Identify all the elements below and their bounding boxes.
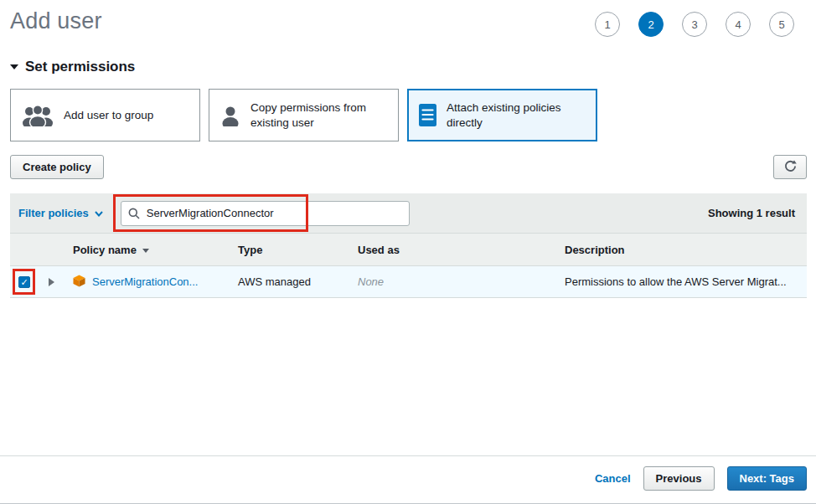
filter-bar: Filter policies Showing 1 result bbox=[10, 193, 807, 233]
step-3: 3 bbox=[682, 12, 707, 37]
user-icon bbox=[219, 105, 241, 126]
permission-card-copy-permissions[interactable]: Copy permissions from existing user bbox=[209, 89, 399, 141]
table-header-row: Policy name Type Used as Description bbox=[10, 233, 807, 266]
expand-row-icon[interactable] bbox=[49, 278, 54, 286]
next-tags-button[interactable]: Next: Tags bbox=[727, 466, 808, 491]
step-2: 2 bbox=[638, 12, 664, 37]
type-header: Type bbox=[230, 234, 349, 265]
set-permissions-section-header: Set permissions bbox=[10, 59, 806, 75]
permission-card-label: Attach existing policies directly bbox=[447, 100, 586, 130]
chevron-down-icon bbox=[95, 207, 103, 219]
table-row: ✓ ServerMigrationCon... AWS managed Non bbox=[10, 266, 807, 298]
filter-policies-label: Filter policies bbox=[18, 207, 89, 219]
permission-card-label: Add user to group bbox=[64, 108, 153, 123]
description-value: Permissions to allow the AWS Server Migr… bbox=[565, 275, 787, 288]
search-wrap bbox=[121, 201, 410, 226]
group-icon bbox=[21, 105, 54, 126]
section-title: Set permissions bbox=[25, 59, 135, 75]
policy-toolbar: Create policy bbox=[10, 155, 807, 179]
permission-card-label: Copy permissions from existing user bbox=[250, 100, 388, 130]
policy-type-cell: AWS managed bbox=[230, 266, 349, 297]
page-header: Add user 1 2 3 4 5 bbox=[0, 0, 816, 37]
wizard-footer: Cancel Previous Next: Tags bbox=[0, 455, 816, 502]
previous-button[interactable]: Previous bbox=[643, 466, 715, 491]
step-indicator: 1 2 3 4 5 bbox=[576, 12, 794, 37]
row-expand-cell bbox=[39, 266, 65, 297]
policies-table: Policy name Type Used as Description ✓ bbox=[10, 233, 807, 298]
filter-policies-dropdown[interactable]: Filter policies bbox=[18, 207, 103, 219]
collapse-triangle-icon[interactable] bbox=[10, 64, 18, 69]
policy-name-header[interactable]: Policy name bbox=[65, 234, 230, 265]
results-count: Showing 1 result bbox=[708, 207, 795, 219]
create-policy-button[interactable]: Create policy bbox=[10, 155, 104, 179]
policy-description-cell: Permissions to allow the AWS Server Migr… bbox=[556, 266, 807, 297]
policy-name-header-label: Policy name bbox=[73, 244, 137, 256]
step-5: 5 bbox=[769, 12, 794, 37]
policy-used-as-cell: None bbox=[349, 266, 556, 297]
step-4: 4 bbox=[726, 12, 751, 37]
step-1: 1 bbox=[595, 12, 620, 37]
row-checkbox[interactable]: ✓ bbox=[18, 276, 30, 288]
description-header: Description bbox=[556, 234, 807, 265]
policy-name-link[interactable]: ServerMigrationCon... bbox=[92, 275, 198, 288]
row-checkbox-cell: ✓ bbox=[10, 266, 39, 297]
policy-icon bbox=[73, 275, 85, 290]
permission-card-add-user-to-group[interactable]: Add user to group bbox=[10, 89, 200, 141]
used-as-header: Used as bbox=[349, 234, 556, 265]
header-expand-cell bbox=[39, 234, 65, 265]
header-checkbox-cell bbox=[10, 234, 39, 265]
used-as-value: None bbox=[358, 275, 384, 288]
refresh-icon bbox=[784, 160, 797, 175]
policy-search-input[interactable] bbox=[121, 201, 410, 226]
add-user-page: Add user 1 2 3 4 5 Set permissions bbox=[0, 0, 816, 504]
page-title: Add user bbox=[10, 8, 102, 34]
sort-down-icon bbox=[142, 249, 149, 253]
refresh-button[interactable] bbox=[773, 155, 807, 179]
policy-name-cell: ServerMigrationCon... bbox=[65, 266, 230, 297]
permission-option-cards: Add user to group Copy permissions from … bbox=[10, 89, 806, 141]
document-icon bbox=[418, 103, 437, 127]
cancel-link[interactable]: Cancel bbox=[595, 472, 631, 485]
permission-card-attach-existing-policies[interactable]: Attach existing policies directly bbox=[407, 89, 597, 141]
